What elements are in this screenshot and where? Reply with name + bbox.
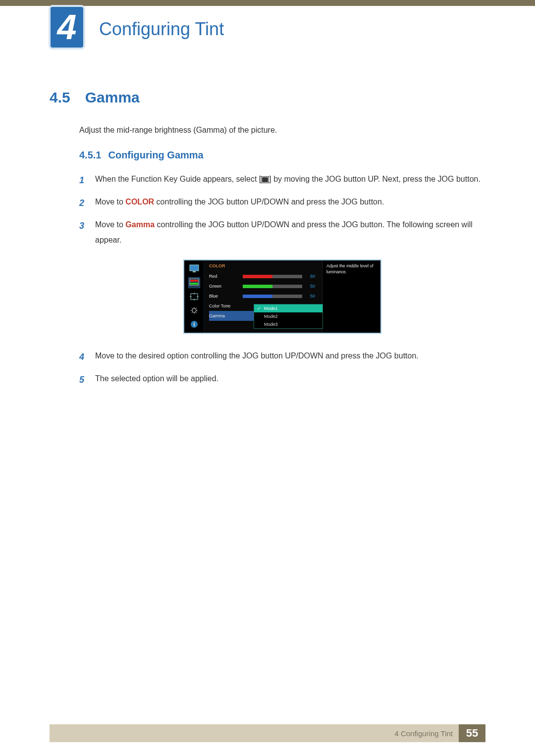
step-number: 4 [79, 349, 88, 365]
step-1: 1 When the Function Key Guide appears, s… [79, 172, 485, 189]
osd-panel-title: COLOR [209, 262, 322, 271]
svg-point-6 [192, 308, 196, 312]
osd-row-blue: Blue 50 [209, 291, 322, 301]
step-number: 1 [79, 172, 88, 189]
page-content: 4.5Gamma Adjust the mid-range brightness… [50, 89, 485, 395]
svg-rect-0 [190, 265, 199, 271]
svg-text:i: i [193, 322, 195, 327]
subsection-heading: 4.5.1Configuring Gamma [79, 150, 485, 161]
section-title: Gamma [85, 89, 140, 105]
step-number: 5 [79, 371, 88, 388]
chapter-number-badge: 4 [49, 5, 85, 50]
step-body: Move to Gamma controlling the JOG button… [95, 217, 485, 248]
svg-rect-3 [190, 280, 198, 282]
svg-rect-4 [190, 283, 198, 285]
green-slider [243, 285, 302, 288]
chapter-title: Configuring Tint [99, 19, 224, 40]
osd-gamma-dropdown: Mode1 Mode2 Mode3 [254, 304, 323, 329]
step-number: 2 [79, 195, 88, 211]
footer-page-number: 55 [459, 724, 485, 742]
monitor-icon [188, 263, 200, 274]
osd-side-icons: i [184, 260, 204, 333]
info-icon: i [188, 319, 200, 330]
footer-chapter-label: 4 Configuring Tint [394, 729, 453, 738]
steps-list: 1 When the Function Key Guide appears, s… [79, 172, 485, 389]
osd-row-green: Green 50 [209, 281, 322, 291]
osd-row-red: Red 50 [209, 271, 322, 281]
color-bars-icon [188, 277, 200, 288]
osd-option-mode2: Mode2 [254, 312, 322, 320]
resize-icon [188, 291, 200, 302]
osd-option-mode1: Mode1 [254, 304, 322, 312]
gear-icon [188, 305, 200, 316]
osd-help-text: Adjust the middle level of luminance. [322, 260, 380, 333]
step-body: Move to COLOR controlling the JOG button… [95, 195, 485, 211]
osd-main-panel: COLOR Red 50 Green 50 Blue 50 Colo [204, 260, 322, 333]
step-body: When the Function Key Guide appears, sel… [95, 172, 485, 189]
step-5: 5 The selected option will be applied. [79, 371, 485, 388]
step-body: Move to the desired option controlling t… [95, 349, 485, 365]
osd-option-mode3: Mode3 [254, 320, 322, 328]
red-slider [243, 275, 302, 278]
step-3: 3 Move to Gamma controlling the JOG butt… [79, 217, 485, 248]
step-4: 4 Move to the desired option controlling… [79, 349, 485, 365]
chapter-number: 4 [57, 10, 77, 45]
step-number: 3 [79, 217, 88, 248]
subsection-title: Configuring Gamma [108, 150, 203, 160]
step-body: The selected option will be applied. [95, 371, 485, 388]
menu-icon [261, 176, 269, 183]
subsection-number: 4.5.1 [79, 150, 101, 160]
blue-slider [243, 295, 302, 298]
gamma-keyword: Gamma [125, 220, 155, 229]
step-2: 2 Move to COLOR controlling the JOG butt… [79, 195, 485, 211]
section-description: Adjust the mid-range brightness (Gamma) … [79, 126, 485, 135]
section-heading: 4.5Gamma [50, 89, 485, 106]
svg-rect-1 [193, 271, 196, 272]
section-number: 4.5 [50, 89, 70, 105]
osd-screenshot: i COLOR Red 50 Green 50 Blue 50 [183, 259, 381, 334]
footer-bar: 4 Configuring Tint 55 [50, 724, 485, 742]
color-keyword: COLOR [125, 198, 154, 206]
